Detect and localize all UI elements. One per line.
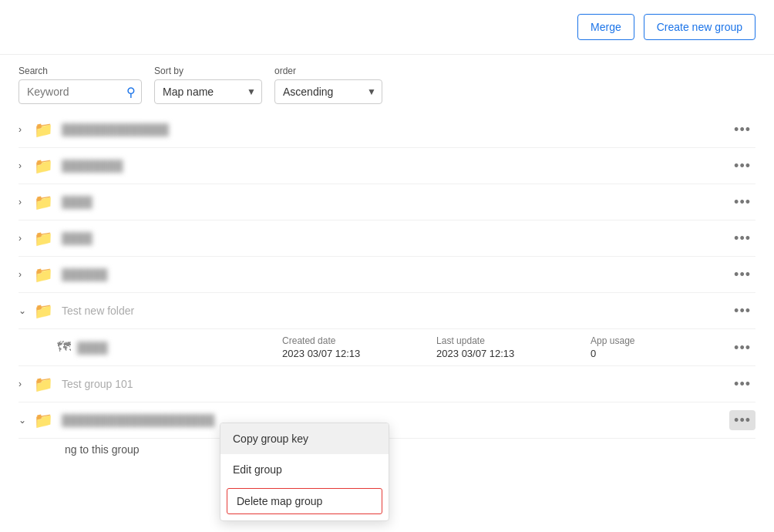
top-bar: Merge Create new group	[0, 0, 774, 55]
app-usage-value: 0	[591, 348, 714, 359]
created-date-col: Created date 2023 03/07 12:13	[282, 335, 406, 359]
child-name: ████	[77, 342, 282, 354]
group-list: › 📁 ██████████████ ••• › 📁 ████████ ••• …	[0, 112, 774, 460]
group-name: ████	[62, 232, 729, 244]
row-menu-button[interactable]: •••	[729, 156, 755, 176]
search-group: Search ⚲	[19, 66, 142, 104]
merge-button[interactable]: Merge	[577, 14, 634, 40]
expanded-message: ng to this group	[65, 443, 140, 456]
list-item-expanded: ⌄ 📁 Test new folder •••	[19, 293, 755, 329]
row-menu-button[interactable]: •••	[729, 374, 755, 394]
list-item: › 📁 ████ •••	[19, 184, 755, 221]
list-item: › 📁 Test group 101 •••	[19, 366, 755, 402]
folder-icon: 📁	[34, 193, 57, 211]
created-date-label: Created date	[282, 335, 406, 346]
search-wrapper: ⚲	[19, 79, 142, 104]
context-menu: Copy group key Edit group Delete map gro…	[220, 423, 389, 521]
group-name: Test group 101	[62, 378, 729, 390]
group-name: ██████████████	[62, 123, 729, 136]
last-update-value: 2023 03/07 12:13	[436, 348, 560, 359]
row-menu-button[interactable]: •••	[729, 228, 755, 248]
expand-chevron-icon[interactable]: ›	[19, 233, 34, 244]
row-menu-button[interactable]: •••	[729, 192, 755, 212]
expand-chevron-icon[interactable]: ›	[19, 379, 34, 389]
group-name: Test new folder	[62, 305, 729, 317]
sort-select[interactable]: Map name Created date Last update	[154, 79, 262, 104]
folder-icon: 📁	[34, 229, 57, 247]
expand-chevron-icon[interactable]: ⌄	[19, 415, 34, 426]
list-item: › 📁 ████████ •••	[19, 148, 755, 184]
expand-chevron-icon[interactable]: ›	[19, 197, 34, 207]
expand-chevron-icon[interactable]: ⌄	[19, 305, 34, 316]
expand-chevron-icon[interactable]: ›	[19, 160, 34, 171]
folder-icon: 📁	[34, 157, 57, 175]
order-select[interactable]: Ascending Descending	[274, 79, 382, 104]
row-menu-button[interactable]: •••	[729, 120, 755, 140]
map-icon: 🗺	[57, 339, 71, 355]
group-name: ████████	[62, 160, 729, 172]
app-usage-col: App usage 0	[591, 335, 714, 359]
last-update-col: Last update 2023 03/07 12:13	[436, 335, 560, 359]
filters-bar: Search ⚲ Sort by Map name Created date L…	[0, 55, 774, 112]
search-input[interactable]	[19, 79, 142, 104]
list-item: › 📁 ██████████████ •••	[19, 112, 755, 148]
sort-select-wrapper: Map name Created date Last update ▼	[154, 79, 262, 104]
group-name: ██████	[62, 268, 729, 281]
group-name: ████	[62, 196, 729, 208]
row-metadata: Created date 2023 03/07 12:13 Last updat…	[282, 335, 714, 359]
created-date-value: 2023 03/07 12:13	[282, 348, 406, 359]
menu-item-delete-group[interactable]: Delete map group	[227, 488, 382, 514]
sort-label: Sort by	[154, 66, 262, 76]
group-name: ████████████████████	[62, 414, 729, 426]
create-group-button[interactable]: Create new group	[644, 14, 755, 40]
row-menu-button[interactable]: •••	[729, 410, 755, 430]
order-label: order	[274, 66, 382, 76]
child-row: 🗺 ████ Created date 2023 03/07 12:13 Las…	[19, 329, 755, 366]
menu-item-copy-key[interactable]: Copy group key	[220, 423, 389, 454]
folder-icon: 📁	[34, 411, 57, 429]
list-item: › 📁 ██████ •••	[19, 257, 755, 293]
child-row-menu-button[interactable]: •••	[729, 338, 755, 358]
last-update-label: Last update	[436, 335, 560, 346]
search-label: Search	[19, 66, 142, 76]
folder-icon: 📁	[34, 120, 57, 139]
folder-icon: 📁	[34, 301, 57, 320]
list-item: › 📁 ████ •••	[19, 221, 755, 257]
expand-chevron-icon[interactable]: ›	[19, 124, 34, 135]
order-select-wrapper: Ascending Descending ▼	[274, 79, 382, 104]
row-menu-button[interactable]: •••	[729, 301, 755, 321]
expand-chevron-icon[interactable]: ›	[19, 269, 34, 280]
sort-group: Sort by Map name Created date Last updat…	[154, 66, 262, 104]
folder-icon: 📁	[34, 375, 57, 393]
menu-item-edit-group[interactable]: Edit group	[220, 454, 389, 485]
row-menu-button[interactable]: •••	[729, 264, 755, 285]
order-group: order Ascending Descending ▼	[274, 66, 382, 104]
folder-icon: 📁	[34, 265, 57, 284]
app-usage-label: App usage	[591, 335, 714, 346]
